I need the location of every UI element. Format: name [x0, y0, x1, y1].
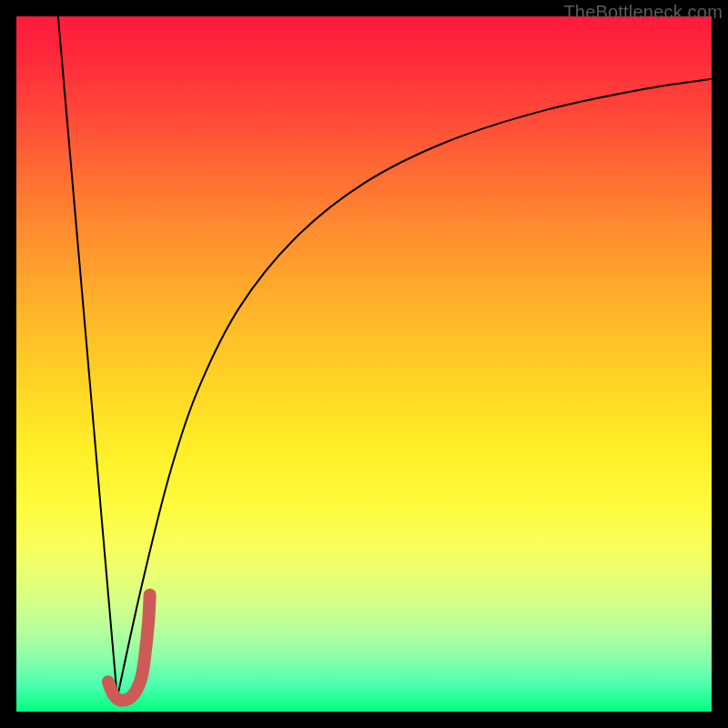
credit-watermark: TheBottleneck.com	[563, 2, 723, 23]
series-right-ascent	[117, 79, 712, 698]
chart-svg	[16, 16, 712, 712]
series-j-mark	[108, 595, 150, 701]
series-group	[58, 16, 712, 701]
plot-area	[16, 16, 712, 712]
series-left-descent	[58, 16, 117, 698]
chart-frame: TheBottleneck.com	[0, 0, 728, 728]
